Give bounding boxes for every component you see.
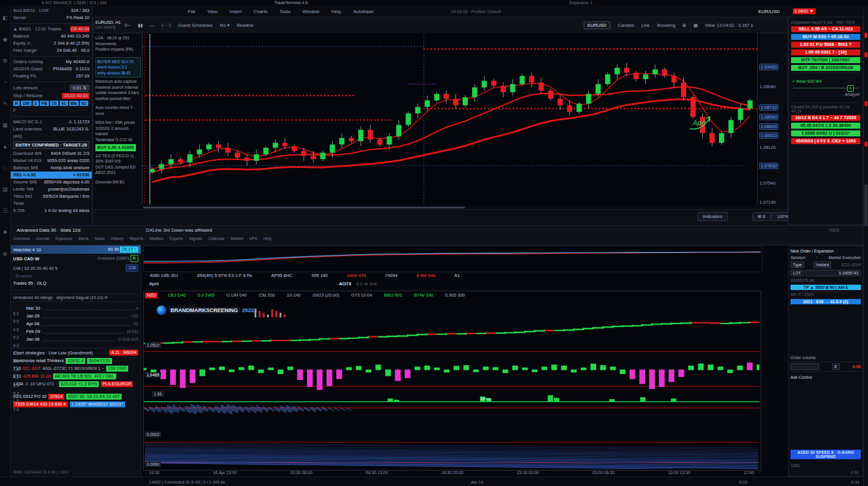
main-price-chart[interactable]: [142, 33, 760, 205]
position-row[interactable]: 10/12 B E4 4 1 7 − 44 7 73535: [791, 115, 860, 121]
bottom-tab[interactable]: Calendar: [208, 236, 225, 241]
indicator-panel[interactable]: NZDCE2 D400.0 2W5G.UM 04023d 20010-14009…: [143, 291, 761, 471]
price-marker-badge[interactable]: 1.08710: [759, 104, 779, 111]
sidebar-row[interactable]: Acct 64011 · LIVE324 / 363: [11, 7, 92, 14]
log-row[interactable]: 1434⚠ 10 UFU 071 ·023.018 +1 2 BYNPLILEG…: [11, 380, 141, 388]
grid-icon[interactable]: ▦: [2, 122, 9, 129]
sidebar-row[interactable]: Market hit 0199059-020 areas 0320: [11, 157, 92, 164]
sidebar-row[interactable]: Equity ⚠2 344 8-40 (2.5%): [11, 40, 92, 47]
symbol-label[interactable]: EUR/USD: [758, 9, 780, 14]
bottom-tab[interactable]: Help: [263, 236, 271, 241]
templates-button[interactable]: Grand Schedules: [178, 23, 213, 28]
price-marker-badge[interactable]: 1.09450: [759, 64, 779, 70]
signal-box[interactable]: BUYER MED SLV 20event horizon 3.2entry w…: [95, 57, 141, 78]
position-row[interactable]: 1.95 05 0301 7 · [10]: [791, 49, 860, 55]
price-marker-badge[interactable]: 1.08560: [759, 114, 779, 120]
toolbar-button[interactable]: Candles: [618, 23, 634, 28]
log-row[interactable]: Workhorse retail Thinkers10032.45004/713…: [11, 357, 141, 364]
quick-button[interactable]: FB: [40, 101, 49, 106]
price-marker-badge[interactable]: 1.08420: [759, 123, 779, 130]
pair-row[interactable]: USD CAD·W Crosses (1997) R: [11, 254, 141, 263]
slider-handle-lock-icon[interactable]: ⎆: [847, 85, 854, 92]
sidebar-row[interactable]: 5-7351 9-Gr testing 43 stess: [11, 207, 92, 214]
rating-row[interactable]: Jan 06-3 018.003: [24, 335, 141, 343]
bottom-tab[interactable]: Overview: [13, 236, 30, 241]
rating-row[interactable]: Apr 0641: [24, 320, 141, 328]
sidebar-row[interactable]: Orders runningMy 40400-8: [11, 58, 92, 66]
quick-button[interactable]: 20: [50, 101, 58, 106]
stop-value-badge[interactable]: 03.03 40.03: [62, 93, 89, 99]
menu-item[interactable]: Tools: [274, 9, 297, 14]
sidebar-row[interactable]: Land overviewBLUE 3131243 S-: [11, 126, 92, 133]
sidebar-row[interactable]: Free margin24 046.40 · 45.0: [11, 47, 92, 54]
entry-confirmed-box[interactable]: ENTRY CONFIRMED · TARGET-20: [13, 141, 89, 149]
panel-icon[interactable]: ◧: [2, 14, 9, 21]
lot-label[interactable]: LOT: [790, 270, 804, 276]
sidebar-row[interactable]: MACD DC E-1⚠ 1.11723: [11, 119, 92, 126]
menu-item[interactable]: File: [182, 9, 202, 14]
quick-button[interactable]: BB: [69, 101, 79, 106]
buy-signal-badge[interactable]: BUY 0.40 4.41000: [95, 144, 136, 151]
target-icon[interactable]: ◍: [2, 250, 9, 257]
analyze-link[interactable]: Analyze: [792, 92, 860, 96]
rating-row[interactable]: Jan 05+01: [24, 312, 141, 320]
bottom-tab[interactable]: Exposure: [55, 236, 73, 241]
toolbar-button[interactable]: ⊞: [683, 23, 686, 28]
quick-button[interactable]: 02: [80, 101, 88, 106]
rating-row[interactable]: Feb 09(4.02): [24, 328, 141, 335]
lots-stepper[interactable]: 0.01 ⇅: [70, 85, 89, 92]
price-marker-badge[interactable]: 1.08310: [759, 132, 779, 139]
toolbar-button[interactable]: Browsing: [657, 23, 675, 28]
position-row[interactable]: 1.03 01 P.U 5008 · 5001 7: [791, 42, 860, 48]
quick-button[interactable]: 2: [33, 101, 39, 106]
type-field-label[interactable]: Type: [790, 261, 804, 268]
menu-item[interactable]: Help: [326, 9, 347, 14]
volume-input[interactable]: [790, 363, 819, 370]
sidebar-row[interactable]: 20/2015 GuestPR46455 · 0.1019: [11, 66, 92, 73]
bottom-tab[interactable]: Reports: [129, 236, 144, 241]
chart-horizontal-scrollbar[interactable]: [143, 207, 465, 208]
position-row[interactable]: 45.45 047/4 1 8 34.3640#: [791, 123, 860, 129]
session-toggle[interactable]: ⌁: [816, 255, 818, 260]
tp-sl-bar[interactable]: TP ▲ 5000 B 90 | AM 8: [790, 285, 861, 290]
position-row[interactable]: SELL 0.55 A5 − CA 11.013: [791, 26, 860, 32]
autotrade-button[interactable]: Readme: [237, 23, 253, 28]
position-row[interactable]: BUY M E53 + 05.18-92: [791, 34, 860, 40]
scroll-thumb[interactable]: [864, 185, 867, 226]
order-footer-bar[interactable]: ASED 30 SPEED 8 · G AGRO SUSPEND: [790, 450, 861, 459]
zoom-out-icon[interactable]: ⊙−: [124, 23, 131, 28]
sidebar-row[interactable]: Limits 7#8posterijos/2/automas: [11, 186, 92, 193]
menu-item[interactable]: Window: [296, 9, 325, 14]
position-row[interactable]: MTF 70/7000 | 1007/007: [791, 57, 860, 63]
lower-indicator-chart[interactable]: [144, 301, 760, 425]
bottom-tab[interactable]: Journal: [36, 236, 49, 241]
sidebar-row[interactable]: Timer: [11, 200, 92, 207]
sidebar-row[interactable]: Titles 5#255/5/24 Bampanis / Em: [11, 193, 92, 200]
symbol-price-badge[interactable]: 1.0842 ▼: [793, 8, 816, 14]
sidebar-row[interactable]: Floating P/L157.03: [11, 73, 92, 80]
bottom-tab[interactable]: News: [95, 236, 105, 241]
position-row[interactable]: 1.0585 84/82 U | 01021*: [791, 130, 860, 136]
quick-button[interactable]: 100: [21, 101, 32, 106]
sidebar-row[interactable]: ServerFX-Real-10: [11, 14, 92, 21]
candlestick-chart-area[interactable]: [142, 33, 760, 205]
quick-button[interactable]: 41: [60, 101, 68, 106]
bottom-tab[interactable]: VPS: [249, 236, 258, 241]
bottom-tab[interactable]: Market: [231, 236, 243, 241]
sidebar-row[interactable]: Balance40 440 23.345: [11, 33, 92, 40]
right-scrollbar[interactable]: [863, 6, 868, 486]
bottom-tab[interactable]: Mailbox: [150, 236, 163, 241]
candles-icon[interactable]: ▮▮: [138, 23, 142, 28]
position-row[interactable]: 40/05/03 | 0 F2 3 .CE2 + 1203: [791, 138, 860, 144]
volume-stepper[interactable]: E: [832, 363, 840, 370]
log-row[interactable]: 7335 03614 433 13 830 41 1435* 40000037 …: [11, 400, 141, 408]
sidebar-row[interactable]: Volume 5#58550+09 aspossa 4.00: [11, 179, 92, 186]
line-tool-icon[interactable]: —: [150, 23, 154, 28]
sidebar-row[interactable]: Download 4#58404 040unt 31 2/3: [11, 150, 92, 157]
trailing-label[interactable]: ✓ Allow 500 W4: [792, 79, 860, 84]
chart-panel-button[interactable]: Indicators: [698, 212, 728, 221]
list-icon[interactable]: ▤: [2, 186, 9, 193]
toolbar-button[interactable]: EURUSD: [584, 21, 611, 29]
sidebar-row[interactable]: ▲ 80001 · 12:01 TradesCR 40.04: [11, 26, 92, 33]
menu-item[interactable]: Autotrade: [347, 9, 380, 14]
